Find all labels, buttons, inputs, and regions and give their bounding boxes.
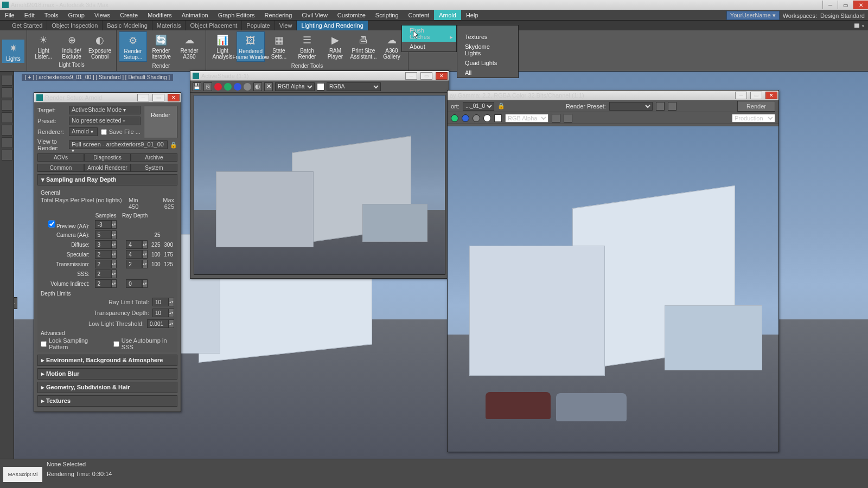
ribbon-light-lister[interactable]: ☀Light Lister... <box>29 31 58 61</box>
ribbon-print-size-assistant[interactable]: 🖶Print Size Assistant... <box>349 31 378 62</box>
toggle-overlay-icon[interactable] <box>564 114 572 123</box>
spinner[interactable]: ▴▾ <box>126 260 148 268</box>
preset-select[interactable]: No preset selected ▾ <box>69 117 141 125</box>
activeshade-canvas[interactable] <box>194 95 445 275</box>
menu-rendering[interactable]: Rendering <box>260 10 297 20</box>
tab-view[interactable]: View <box>275 21 297 30</box>
rs-tab-archive[interactable]: Archive <box>131 153 177 162</box>
minimize-button[interactable]: ─ <box>137 94 149 101</box>
rollout-textures[interactable]: Textures <box>37 395 177 407</box>
menu-civil-view[interactable]: Civil View <box>297 10 332 20</box>
menu-modifiers[interactable]: Modifiers <box>143 10 177 20</box>
spinner[interactable]: ▴▾ <box>95 220 117 229</box>
close-button[interactable]: ✕ <box>168 94 180 101</box>
menu-views[interactable]: Views <box>90 10 115 20</box>
rollout-geometry-subdivision-hair[interactable]: Geometry, Subdivision & Hair <box>37 382 177 393</box>
flush-quadlights[interactable]: Quad Lights <box>457 58 518 68</box>
menu-customize[interactable]: Customize <box>333 10 371 20</box>
menu-help[interactable]: Help <box>461 10 483 20</box>
green-channel-icon[interactable] <box>224 83 232 91</box>
rs-tab-arnold-renderer[interactable]: Arnold Renderer <box>84 164 131 172</box>
render-preset-select[interactable] <box>609 102 653 111</box>
render-canvas[interactable] <box>448 126 778 452</box>
mode-select[interactable]: RGBA <box>327 82 381 91</box>
production-select[interactable]: Production <box>732 114 775 123</box>
rs-tab-system[interactable]: System <box>131 164 177 172</box>
minimize-button[interactable]: ─ <box>405 72 417 80</box>
effects-icon[interactable] <box>668 102 676 111</box>
viewport-select[interactable]: ..._01_00 <box>463 102 494 111</box>
channel-select[interactable]: RGB Alpha <box>505 114 548 123</box>
ribbon-render-a360[interactable]: ☁Render A360 <box>175 31 203 62</box>
save-file-checkbox[interactable]: Save File ... <box>101 129 141 135</box>
arnold-menu-about[interactable]: About <box>402 42 456 52</box>
blue-channel-icon[interactable] <box>462 114 469 122</box>
clear-icon[interactable]: ✕ <box>264 82 273 91</box>
close-button[interactable]: ✕ <box>436 72 448 80</box>
close-button[interactable]: ✕ <box>765 92 777 99</box>
lowlight-input[interactable]: ▴▾ <box>147 319 174 328</box>
channel-select[interactable]: RGB Alpha <box>275 82 315 91</box>
maximize-button[interactable]: ▭ <box>152 94 164 101</box>
flush-textures[interactable]: Textures <box>457 32 518 42</box>
alpha-channel-icon[interactable] <box>473 114 480 122</box>
spinner[interactable]: ▴▾ <box>95 250 117 259</box>
autobump-checkbox[interactable]: Use Autobump in SSS <box>113 337 174 350</box>
view-select[interactable]: Full screen - archexteriors9_01_00 ▾ <box>69 140 168 149</box>
spinner[interactable]: ▴▾ <box>95 279 117 288</box>
copy-image-icon[interactable]: ⎘ <box>203 82 212 91</box>
ribbon-exposure-control[interactable]: ◐Exposure Control <box>86 31 114 61</box>
menu-animation[interactable]: Animation <box>177 10 213 20</box>
viewport-expand-icon[interactable]: ▸ <box>14 297 17 309</box>
tab-lighting-and-rendering[interactable]: Lighting And Rendering <box>297 21 368 30</box>
swatch-icon[interactable] <box>317 83 324 91</box>
menu-arnold[interactable]: Arnold <box>434 10 461 20</box>
save-image-icon[interactable]: 💾 <box>193 82 201 91</box>
minimize-button[interactable]: ─ <box>822 1 838 9</box>
tool-icon[interactable] <box>2 150 12 160</box>
render-button[interactable]: Render <box>144 106 177 138</box>
swatch-icon[interactable] <box>494 114 502 122</box>
spinner[interactable]: ▴▾ <box>95 269 117 278</box>
ribbon-rendered-frame-window[interactable]: 🖼Rendered Frame Window <box>237 31 265 62</box>
rs-tab-aovs[interactable]: AOVs <box>37 153 84 162</box>
maxscript-listener[interactable]: MAXScript Mi <box>3 467 42 482</box>
spinner[interactable]: ▴▾ <box>126 250 148 259</box>
mono-channel-icon[interactable]: ◐ <box>253 82 262 91</box>
spinner[interactable]: ▴▾ <box>126 240 148 249</box>
tool-icon[interactable] <box>2 125 12 136</box>
menu-scripting[interactable]: Scripting <box>371 10 404 20</box>
close-button[interactable]: ✕ <box>853 1 868 9</box>
menu-tools[interactable]: Tools <box>40 10 63 20</box>
spinner[interactable]: ▴▾ <box>95 230 117 239</box>
toggle-ui-icon[interactable] <box>552 114 560 123</box>
viewport-label[interactable]: [ + ] [ archexteriors9_01_00 ] [ Standar… <box>22 74 173 81</box>
tool-icon[interactable] <box>2 100 12 111</box>
rs-tab-common[interactable]: Common <box>37 164 84 172</box>
menu-edit[interactable]: Edit <box>20 10 40 20</box>
spinner[interactable]: ▴▾ <box>95 260 117 268</box>
blue-channel-icon[interactable] <box>234 83 241 91</box>
menu-content[interactable]: Content <box>404 10 435 20</box>
ribbon-batch-render[interactable]: ☰Batch Render <box>293 31 321 62</box>
ribbon-include-exclude[interactable]: ⊕Include/ Exclude <box>58 31 86 61</box>
rollout-motion-blur[interactable]: Motion Blur <box>37 368 177 380</box>
renderer-select[interactable]: Arnold ▾ <box>69 127 98 136</box>
tab-get-started[interactable]: Get Started <box>8 21 47 30</box>
tab-object-placement[interactable]: Object Placement <box>186 21 242 30</box>
alpha-channel-icon[interactable] <box>244 83 251 91</box>
transparency-depth-input[interactable]: ▴▾ <box>152 309 174 317</box>
env-icon[interactable] <box>656 102 665 111</box>
menu-group[interactable]: Group <box>63 10 90 20</box>
tool-icon[interactable] <box>2 137 12 148</box>
ray-limit-input[interactable]: ▴▾ <box>152 298 174 306</box>
menu-graph-editors[interactable]: Graph Editors <box>213 10 260 20</box>
maximize-button[interactable]: ▭ <box>420 72 432 80</box>
menu-file[interactable]: File <box>0 10 20 20</box>
flush-all[interactable]: All <box>457 68 518 78</box>
tab-basic-modeling[interactable]: Basic Modeling <box>103 21 152 30</box>
tool-icon[interactable] <box>2 112 12 123</box>
lock-icon[interactable]: 🔒 <box>497 102 505 110</box>
maximize-button[interactable]: ▭ <box>838 1 853 9</box>
arnold-menu-flush-caches[interactable]: Flush Caches▸ <box>402 25 456 42</box>
